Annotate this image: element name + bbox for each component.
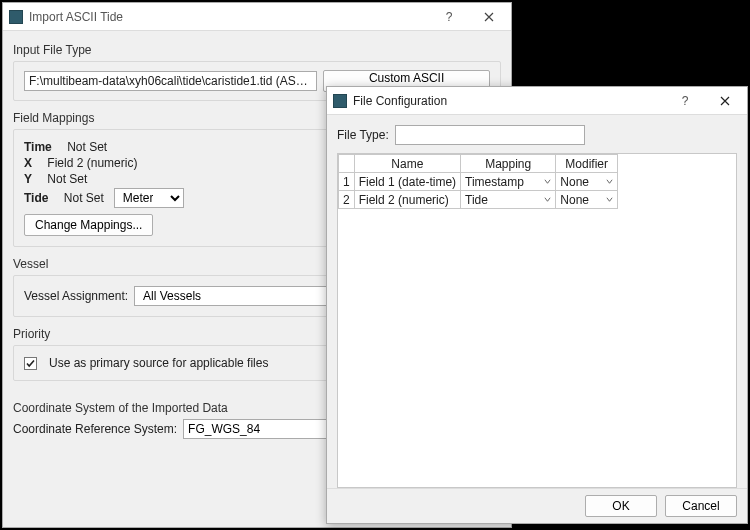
table-row[interactable]: 2 Field 2 (numeric) Tide None [339,191,618,209]
window-title: File Configuration [353,94,665,108]
cell-name: Field 2 (numeric) [354,191,460,209]
file-type-label: File Type: [337,128,389,142]
col-name: Name [354,155,460,173]
close-button[interactable] [705,88,745,114]
crs-field-label: Coordinate Reference System: [13,422,177,436]
file-configuration-window: File Configuration ? File Type: Name Map… [326,86,748,524]
vessel-assignment-label: Vessel Assignment: [24,289,128,303]
primary-source-checkbox[interactable] [24,357,37,370]
x-label: X [24,156,32,170]
chevron-down-icon [606,178,613,185]
table-row[interactable]: 1 Field 1 (date-time) Timestamp None [339,173,618,191]
chevron-down-icon [544,196,551,203]
y-label: Y [24,172,32,186]
cell-name: Field 1 (date-time) [354,173,460,191]
tide-value: Not Set [64,191,104,205]
cell-modifier[interactable]: None [556,173,618,191]
row-number: 1 [339,173,355,191]
change-mappings-button[interactable]: Change Mappings... [24,214,153,236]
check-icon [25,358,36,369]
table-header-row: Name Mapping Modifier [339,155,618,173]
help-button[interactable]: ? [429,4,469,30]
input-file-type-label: Input File Type [13,43,501,57]
primary-source-label: Use as primary source for applicable fil… [49,356,268,370]
chevron-down-icon [544,178,551,185]
tide-label: Tide [24,191,48,205]
close-icon [720,96,730,106]
chevron-down-icon [606,196,613,203]
app-icon [9,10,23,24]
field-config-table: Name Mapping Modifier 1 Field 1 (date-ti… [338,154,618,209]
cancel-button[interactable]: Cancel [665,495,737,517]
cell-mapping[interactable]: Timestamp [461,173,556,191]
cell-modifier[interactable]: None [556,191,618,209]
col-mapping: Mapping [461,155,556,173]
close-icon [484,12,494,22]
input-file-path[interactable]: F:\multibeam-data\xyh06cali\tide\caristi… [24,71,317,91]
y-value: Not Set [47,172,87,186]
tide-unit-select[interactable]: Meters [114,188,184,208]
titlebar[interactable]: Import ASCII Tide ? [3,3,511,31]
row-number: 2 [339,191,355,209]
time-value: Not Set [67,140,107,154]
window-title: Import ASCII Tide [29,10,429,24]
ok-button[interactable]: OK [585,495,657,517]
file-type-input[interactable] [395,125,585,145]
x-value: Field 2 (numeric) [47,156,137,170]
dialog-button-bar: OK Cancel [327,488,747,523]
close-button[interactable] [469,4,509,30]
app-icon [333,94,347,108]
titlebar[interactable]: File Configuration ? [327,87,747,115]
cell-mapping[interactable]: Tide [461,191,556,209]
col-modifier: Modifier [556,155,618,173]
time-label: Time [24,140,52,154]
help-button[interactable]: ? [665,88,705,114]
